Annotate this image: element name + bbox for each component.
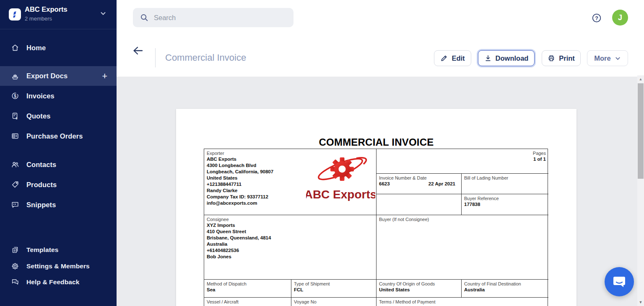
consignee-line: Brisbane, Queensland, 4814 (207, 235, 374, 241)
workspace-switcher[interactable]: ABC Exports 2 members (0, 0, 117, 29)
type-of-shipment-label: Type of Shipment (294, 281, 374, 287)
purchase-order-icon (11, 132, 19, 140)
printer-icon (548, 54, 555, 62)
user-avatar[interactable]: J (612, 10, 628, 26)
scroll-up-arrow[interactable]: ▲ (637, 76, 644, 82)
sidebar-item-label: Products (26, 181, 57, 189)
download-button[interactable]: Download (478, 50, 535, 66)
chevron-down-icon (100, 10, 106, 18)
svg-text:$: $ (16, 116, 18, 120)
sidebar-item-settings[interactable]: Settings & Members (0, 258, 117, 274)
ship-icon (11, 72, 19, 80)
buyer-reference-cell: Buyer Reference 177838 (462, 194, 548, 215)
country-of-destination-cell: Country of Final Destination Australia (462, 280, 548, 298)
sidebar-item-export-docs[interactable]: Export Docs + (0, 66, 117, 86)
topbar: ? J (117, 0, 644, 36)
sidebar: ABC Exports 2 members Home Export Docs +… (0, 0, 117, 306)
back-button[interactable] (132, 46, 145, 57)
sidebar-item-home[interactable]: Home (0, 38, 117, 58)
more-label: More (594, 54, 610, 62)
country-of-origin-label: Country Of Origin of Goods (379, 281, 459, 287)
contacts-icon (11, 160, 19, 169)
terms-cell: Terms / Method of Payment (377, 298, 548, 306)
invoice-table: Exporter ABC Exports 4300 Longbeach Blvd… (204, 149, 548, 306)
help-icon[interactable]: ? (592, 13, 601, 23)
buyer-cell: Buyer (If not Consignee) (377, 215, 548, 280)
workspace-members-count: 2 members (25, 15, 52, 22)
download-icon (484, 54, 492, 62)
consignee-line: +61404822536 (207, 247, 374, 254)
voyage-cell: Voyage No (291, 298, 377, 306)
more-button[interactable]: More (587, 50, 628, 66)
quote-calculator-icon: $ (11, 112, 19, 120)
page-title: Commercial Invoice (165, 52, 246, 63)
country-of-origin-value: United States (379, 287, 459, 293)
chat-launcher-button[interactable] (605, 267, 634, 296)
sidebar-item-contacts[interactable]: Contacts (0, 154, 117, 175)
workspace-name: ABC Exports (25, 5, 68, 13)
workspace-logo (9, 8, 21, 21)
buyer-label: Buyer (If not Consignee) (379, 216, 546, 222)
consignee-line: Bob Jones (207, 254, 374, 260)
country-of-destination-label: Country of Final Destination (464, 281, 546, 287)
bill-of-lading-label: Bill of Lading Number (464, 175, 546, 181)
snippet-quote-icon (11, 201, 19, 209)
sidebar-item-products[interactable]: Products (0, 175, 117, 195)
search-icon (140, 13, 148, 22)
invoice-dollar-icon: $ (11, 92, 19, 100)
document-viewer[interactable]: COMMERCIAL INVOICE Exporter ABC Exports … (117, 77, 637, 306)
sidebar-item-label: Settings & Members (26, 262, 90, 270)
sidebar-item-label: Quotes (26, 112, 50, 120)
buyer-reference-label: Buyer Reference (464, 195, 546, 201)
sidebar-item-label: Contacts (26, 161, 56, 169)
sidebar-item-label: Home (26, 44, 46, 52)
sidebar-item-help[interactable]: Help & Feedback (0, 274, 117, 290)
sidebar-item-label: Help & Feedback (26, 278, 79, 286)
exporter-cell: Exporter ABC Exports 4300 Longbeach Blvd… (204, 149, 377, 215)
sidebar-item-invoices[interactable]: $ Invoices (0, 86, 117, 106)
invoice-page: COMMERCIAL INVOICE Exporter ABC Exports … (176, 109, 576, 306)
search-input[interactable] (154, 14, 280, 22)
type-of-shipment-value: FCL (294, 287, 374, 293)
invoice-date-value: 22 Apr 2021 (428, 181, 455, 187)
sidebar-item-label: Invoices (26, 92, 55, 100)
consignee-line: Australia (207, 241, 374, 247)
sidebar-item-purchase-orders[interactable]: Purchase Orders (0, 126, 117, 146)
type-of-shipment-cell: Type of Shipment FCL (291, 280, 377, 298)
pages-value: 1 of 1 (379, 156, 546, 162)
svg-text:?: ? (595, 15, 598, 21)
sidebar-item-label: Export Docs (26, 72, 68, 80)
method-of-dispatch-value: Sea (207, 287, 288, 293)
vessel-label: Vessel / Aircraft (207, 299, 288, 305)
avatar-initial: J (618, 13, 622, 22)
edit-button[interactable]: Edit (434, 50, 471, 66)
print-button[interactable]: Print (542, 50, 581, 66)
invoice-number-cell: Invoice Number & Date 6623 22 Apr 2021 (377, 174, 462, 194)
print-label: Print (559, 54, 575, 62)
sidebar-item-templates[interactable]: Templates (0, 242, 117, 258)
scrollbar-thumb[interactable] (638, 83, 644, 179)
add-export-doc-button[interactable]: + (102, 72, 107, 81)
sidebar-item-quotes[interactable]: $ Quotes (0, 106, 117, 126)
download-label: Download (496, 54, 529, 62)
pencil-icon (440, 54, 448, 62)
search-box[interactable] (133, 8, 293, 27)
consignee-cell: Consignee XYZ Imports 410 Queen Street B… (204, 215, 377, 280)
empty-cell (377, 194, 462, 215)
buyer-reference-value: 177838 (464, 201, 546, 208)
method-of-dispatch-label: Method of Dispatch (207, 281, 288, 287)
invoice-number-value: 6623 (379, 181, 390, 187)
vertical-scrollbar[interactable]: ▲ ▼ (637, 75, 644, 306)
chat-bubble-icon (612, 274, 627, 289)
consignee-label: Consignee (207, 216, 374, 222)
scroll-down-arrow[interactable]: ▼ (637, 299, 644, 305)
sidebar-item-label: Purchase Orders (26, 132, 83, 140)
country-of-destination-value: Australia (464, 287, 546, 293)
invoice-number-label: Invoice Number & Date (379, 175, 459, 181)
sidebar-item-snippets[interactable]: Snippets (0, 195, 117, 215)
company-logo: ABC Exports (306, 152, 375, 213)
pages-label: Pages (379, 150, 546, 156)
country-of-origin-cell: Country Of Origin of Goods United States (377, 280, 462, 298)
app-root: ABC Exports 2 members Home Export Docs +… (0, 0, 644, 306)
gear-icon (11, 262, 19, 270)
